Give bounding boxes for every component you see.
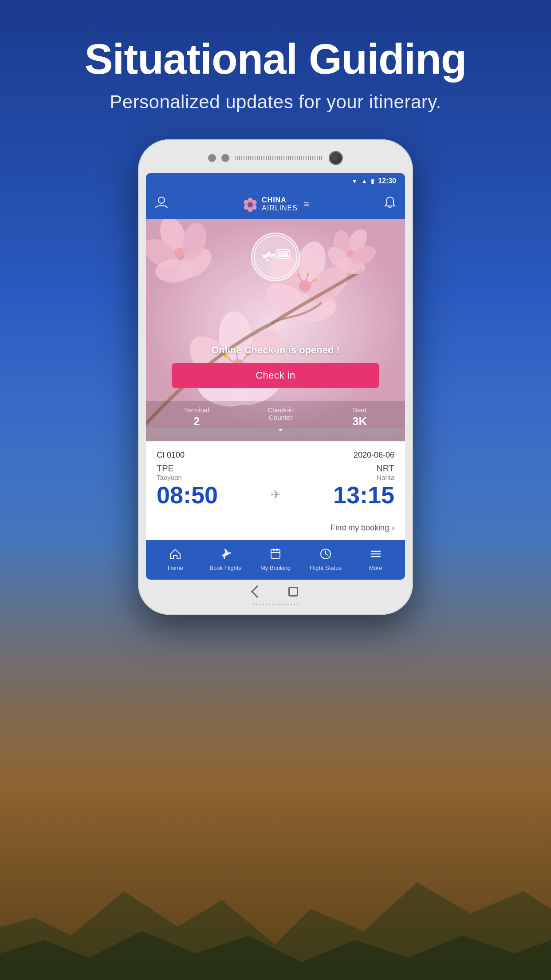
booking-icon [270,548,281,563]
terminal-info: Terminal 2 [184,406,209,436]
counter-value: - [268,422,294,436]
phone-top-hardware [146,147,405,169]
page-title: Situational Guiding [0,36,551,83]
counter-info: Check-inCounter - [268,406,294,436]
terminal-value: 2 [184,415,209,428]
nav-home-label: Home [168,565,183,571]
home-hardware-button[interactable] [288,587,298,597]
phone-screen: ▼ ▲ ▮ 12:30 [146,173,405,580]
clock-icon [320,548,331,563]
svg-point-2 [252,200,257,205]
arrival-time: 13:15 [333,483,394,507]
departure-city: Taoyuan [157,474,182,481]
nav-book-flights-label: Book Flights [209,565,241,571]
departure-code: TPE [157,463,182,474]
seat-value: 3K [352,415,367,428]
flight-plane-icon: ✈ [271,487,281,502]
svg-line-61 [326,554,328,555]
svg-rect-57 [276,549,278,551]
back-button[interactable] [251,585,264,597]
nav-my-booking[interactable]: My Booking [251,548,301,571]
nav-flight-status[interactable]: Flight Status [300,548,350,571]
nav-home[interactable]: Home [150,548,201,571]
home-icon [169,548,181,563]
phone-device: ▼ ▲ ▮ 12:30 [138,139,413,615]
hero-section: Online Check-in is opened ! Check in Ter… [146,219,405,441]
menu-icon [370,548,382,563]
plane-icon [220,548,231,563]
flight-number: CI 0100 [157,450,185,460]
svg-rect-55 [271,549,280,558]
ticket-card: CI 0100 2020-06-06 TPE Taoyuan NRT Narit… [146,441,405,516]
nav-more[interactable]: More [350,548,401,571]
phone-bottom-dots [146,604,405,607]
flight-date: 2020-06-06 [354,450,394,460]
status-time: 12:30 [378,177,396,185]
seat-label: Seat [352,406,367,414]
find-booking-label: Find my booking [331,523,389,533]
phone-camera [329,151,343,165]
arrival-city: Narita [376,474,394,481]
checkin-badge [251,233,300,281]
svg-rect-56 [273,549,275,551]
checkin-button[interactable]: Check in [172,363,379,388]
hero-content: Online Check-in is opened ! Check in [146,344,405,388]
departure-time: 08:50 [157,483,218,507]
flight-info-strip: Terminal 2 Check-inCounter - Seat 3K [146,401,405,441]
nav-flight-status-label: Flight Status [310,565,342,571]
status-bar: ▼ ▲ ▮ 12:30 [146,173,405,189]
nav-book-flights[interactable]: Book Flights [201,548,251,571]
bell-icon[interactable] [384,196,396,212]
svg-point-5 [244,205,249,209]
nav-more-label: More [369,565,382,571]
hero-notification-text: Online Check-in is opened ! [146,344,405,356]
battery-icon: ▮ [371,178,374,185]
phone-mockup: ▼ ▲ ▮ 12:30 [0,139,551,615]
phone-bottom-hardware [146,580,405,601]
logo-wave-icon: ≋ [303,199,310,209]
arrival-code: NRT [376,463,394,474]
phone-dot-left [208,154,216,162]
svg-point-50 [254,236,297,278]
bottom-navigation: Home Book Flights [146,540,405,580]
counter-label: Check-inCounter [268,406,294,421]
phone-dot-right [221,154,229,162]
seat-info: Seat 3K [352,406,367,436]
app-logo: CHINA AIRLINES ≋ [242,196,310,212]
find-booking-bar[interactable]: Find my booking › [146,516,405,540]
terminal-label: Terminal [184,406,209,414]
phone-speaker [235,156,323,160]
svg-point-6 [244,200,249,205]
logo-text: CHINA AIRLINES [262,196,298,212]
find-booking-arrow-icon: › [392,523,394,533]
signal-icon: ▲ [361,178,367,185]
svg-point-7 [248,202,252,206]
wifi-icon: ▼ [351,178,358,185]
svg-point-0 [158,197,165,203]
page-subtitle: Personalized updates for your itinerary. [0,91,551,113]
nav-my-booking-label: My Booking [260,565,291,571]
profile-icon[interactable] [155,196,168,212]
app-header: CHINA AIRLINES ≋ [146,189,405,219]
